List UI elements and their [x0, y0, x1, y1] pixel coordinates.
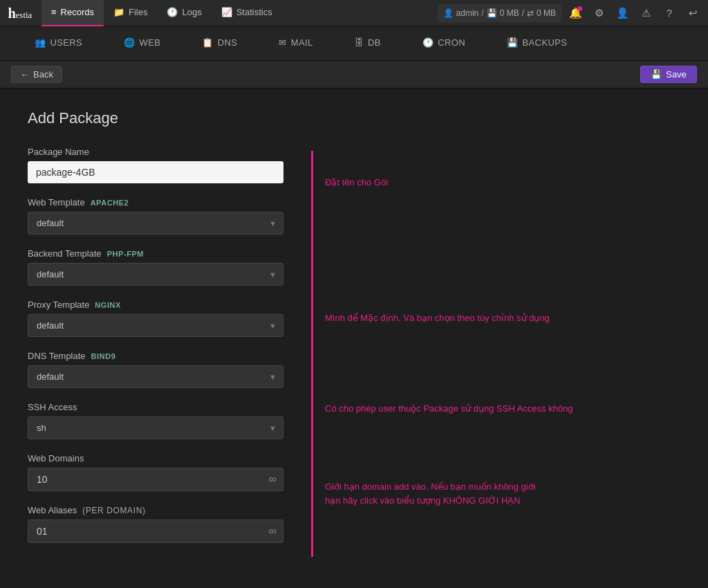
- ann-spacer-1: [325, 115, 680, 176]
- web-domains-label: Web Domains: [28, 453, 283, 463]
- nav-statistics[interactable]: 📈 Statistics: [212, 0, 282, 26]
- ann-spacer-3: [325, 324, 680, 402]
- package-name-group: Package Name: [28, 147, 283, 183]
- mail-icon: ✉: [279, 37, 286, 48]
- backups-icon: 💾: [507, 37, 518, 48]
- back-button[interactable]: ← Back: [11, 66, 62, 83]
- dns-template-label: DNS Template BIND9: [28, 351, 283, 361]
- section-web-label: WEB: [140, 37, 161, 48]
- ssh-access-select[interactable]: sh: [28, 416, 283, 439]
- bandwidth-icon: ⇄: [527, 8, 534, 18]
- settings-button[interactable]: ⚙: [589, 3, 608, 23]
- ssh-access-group: SSH Access sh ▼: [28, 402, 283, 439]
- section-navigation: 👥 USERS 🌐 WEB 📋 DNS ✉ MAIL 🗄 DB 🕐 CRON 💾…: [0, 26, 708, 61]
- notifications-button[interactable]: 🔔: [566, 3, 585, 23]
- section-mail-label: MAIL: [291, 37, 313, 48]
- backend-template-select[interactable]: default: [28, 263, 283, 286]
- page-title: Add Package: [28, 109, 283, 127]
- annotation-ssh-access: Có cho phép user thuộc Package sử dụng S…: [325, 402, 680, 416]
- save-button[interactable]: 💾 Save: [640, 66, 697, 83]
- main-content: Add Package Package Name Web Template AP…: [0, 89, 708, 578]
- svg-text:h: h: [8, 6, 16, 21]
- web-aliases-group: Web Aliases (Per Domain) ∞: [28, 505, 283, 543]
- dns-template-select[interactable]: default: [28, 365, 283, 388]
- username: admin: [456, 8, 479, 18]
- section-mail[interactable]: ✉ MAIL: [258, 26, 333, 61]
- user-management-button[interactable]: 👤: [613, 3, 632, 23]
- top-navigation: h estia ≡ Records 📁 Files 🕐 Logs 📈 Stati…: [0, 0, 708, 26]
- ann-spacer-2: [325, 190, 680, 311]
- disk-icon: 💾: [487, 8, 497, 18]
- package-name-input[interactable]: [28, 161, 283, 183]
- backend-template-label: Backend Template PHP-FPM: [28, 248, 283, 259]
- save-button-label: Save: [666, 69, 687, 80]
- annotation-web-domains: Giới hạn domain add vào. Nếu bạn muốn kh…: [325, 467, 680, 508]
- logo: h estia: [6, 3, 36, 24]
- ssh-access-label: SSH Access: [28, 402, 283, 412]
- svg-text:estia: estia: [16, 10, 32, 20]
- web-template-select[interactable]: default: [28, 212, 283, 235]
- annotation-package-name: Đặt tên cho Gói: [325, 176, 680, 190]
- web-icon: 🌐: [124, 37, 135, 48]
- section-dns[interactable]: 📋 DNS: [181, 26, 258, 61]
- section-cron[interactable]: 🕐 CRON: [402, 26, 486, 61]
- toolbar: ← Back 💾 Save: [0, 61, 708, 89]
- section-backups[interactable]: 💾 BACKUPS: [486, 26, 588, 61]
- users-icon: 👥: [35, 37, 46, 48]
- section-backups-label: BACKUPS: [523, 37, 568, 48]
- web-template-select-wrap: default ▼: [28, 212, 283, 235]
- backend-template-group: Backend Template PHP-FPM default ▼: [28, 248, 283, 286]
- back-arrow-icon: ←: [20, 69, 29, 80]
- save-icon: 💾: [651, 69, 662, 80]
- section-dns-label: DNS: [218, 37, 238, 48]
- nav-logs[interactable]: 🕐 Logs: [157, 0, 211, 26]
- web-template-group: Web Template APACHE2 default ▼: [28, 197, 283, 235]
- web-aliases-input-wrap: ∞: [28, 520, 283, 543]
- nav-logs-label: Logs: [182, 7, 201, 17]
- section-users-label: USERS: [50, 37, 82, 48]
- statistics-icon: 📈: [221, 7, 232, 17]
- section-users[interactable]: 👥 USERS: [14, 26, 103, 61]
- nav-files[interactable]: 📁 Files: [104, 0, 157, 26]
- bandwidth-usage: 0 MB: [537, 8, 556, 18]
- logout-button[interactable]: ↩: [683, 3, 702, 23]
- proxy-template-select[interactable]: default: [28, 314, 283, 337]
- annotations-area: Đặt tên cho Gói Mình để Mặc định. Và bạn…: [311, 109, 680, 557]
- web-domains-input-wrap: ∞: [28, 468, 283, 491]
- section-db[interactable]: 🗄 DB: [334, 26, 402, 61]
- dns-template-select-wrap: default ▼: [28, 365, 283, 388]
- nav-files-label: Files: [129, 7, 147, 17]
- logs-icon: 🕐: [167, 7, 178, 17]
- backend-template-select-wrap: default ▼: [28, 263, 283, 286]
- nav-items: ≡ Records 📁 Files 🕐 Logs 📈 Statistics: [41, 0, 438, 26]
- records-icon: ≡: [51, 7, 57, 17]
- files-icon: 📁: [113, 7, 124, 17]
- section-web[interactable]: 🌐 WEB: [103, 26, 181, 61]
- nav-records-label: Records: [61, 7, 94, 17]
- user-icon: 👤: [443, 8, 454, 18]
- proxy-template-label: Proxy Template NGINX: [28, 300, 283, 310]
- nav-records[interactable]: ≡ Records: [41, 0, 104, 26]
- web-domains-group: Web Domains ∞: [28, 453, 283, 491]
- ssh-access-select-wrap: sh ▼: [28, 416, 283, 439]
- back-button-label: Back: [33, 69, 53, 80]
- top-right-actions: 👤 admin / 💾 0 MB / ⇄ 0 MB 🔔 ⚙ 👤 ⚠ ? ↩: [438, 3, 702, 23]
- web-template-label: Web Template APACHE2: [28, 197, 283, 208]
- proxy-template-select-wrap: default ▼: [28, 314, 283, 337]
- package-name-label: Package Name: [28, 147, 283, 157]
- warning-button[interactable]: ⚠: [636, 3, 655, 23]
- web-aliases-input[interactable]: [28, 520, 283, 543]
- cron-icon: 🕐: [422, 37, 434, 48]
- help-button[interactable]: ?: [660, 3, 679, 23]
- web-aliases-label: Web Aliases (Per Domain): [28, 505, 283, 515]
- notification-dot: [577, 6, 582, 11]
- user-info: 👤 admin / 💾 0 MB / ⇄ 0 MB: [438, 4, 561, 22]
- section-cron-label: CRON: [438, 37, 465, 48]
- section-db-label: DB: [368, 37, 381, 48]
- dns-template-group: DNS Template BIND9 default ▼: [28, 351, 283, 388]
- dns-icon: 📋: [202, 37, 213, 48]
- nav-statistics-label: Statistics: [236, 7, 272, 17]
- web-domains-input[interactable]: [28, 468, 283, 491]
- proxy-template-group: Proxy Template NGINX default ▼: [28, 300, 283, 337]
- disk-usage: 0 MB: [500, 8, 519, 18]
